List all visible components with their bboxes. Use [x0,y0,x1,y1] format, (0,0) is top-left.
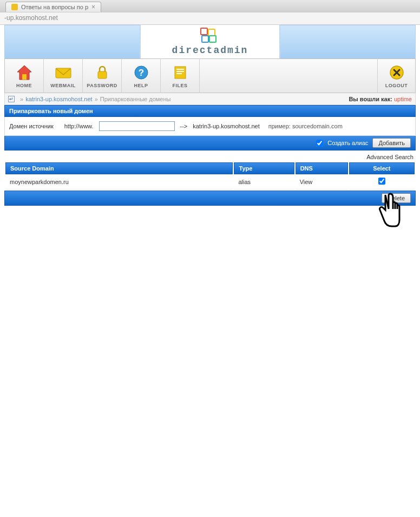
target-domain: katrin3-up.kosmohost.net [193,123,260,129]
svg-text:?: ? [138,68,143,78]
browser-tab[interactable]: Ответы на вопросы по р × [5,2,101,12]
nav-help[interactable]: ? HELP [122,58,161,93]
row-select-checkbox[interactable] [378,178,385,185]
tab-title: Ответы на вопросы по р [21,4,88,10]
nav-help-label: HELP [134,83,148,88]
example-text: пример: sourcedomain.com [268,123,343,129]
create-alias-checkbox[interactable] [316,140,323,147]
svg-rect-1 [22,74,27,80]
nav-logout-label: LOGOUT [385,83,408,88]
delete-row: Delete [4,191,416,206]
col-source-header[interactable]: Source Domain [5,162,233,174]
nav-files[interactable]: FILES [161,58,200,93]
arrow-text: --> [180,123,188,129]
cell-select [349,174,415,189]
browser-tab-strip: Ответы на вопросы по р × [0,0,420,12]
files-icon [171,63,189,82]
col-select-header[interactable]: Select [349,162,415,174]
cell-dns: View [296,174,348,189]
add-button[interactable]: Добавить [372,138,411,148]
cell-source: moynewparkdomen.ru [5,174,233,189]
lock-icon [93,63,111,82]
alias-row: Создать алиас Добавить [4,136,416,150]
svg-rect-6 [175,67,186,78]
svg-rect-8 [176,71,184,72]
breadcrumb-domain-link[interactable]: katrin3-up.kosmohost.net [25,96,93,102]
svg-rect-3 [98,71,107,78]
col-dns-header[interactable]: DNS [296,162,348,174]
nav-files-label: FILES [172,83,187,88]
breadcrumb: ↵ » katrin3-up.kosmohost.net » Припарков… [4,93,416,105]
address-text: -up.kosmohost.net [4,14,58,22]
table-row: moynewparkdomen.ru alias View [5,174,415,189]
breadcrumb-home-icon[interactable]: ↵ [8,96,15,102]
nav-password[interactable]: PASSWORD [83,58,122,93]
tab-favicon [11,4,18,10]
address-bar[interactable]: -up.kosmohost.net [0,12,420,25]
breadcrumb-sep: » [95,96,98,102]
url-prefix: http://www. [64,123,94,129]
breadcrumb-sep: » [20,96,23,102]
domain-input[interactable] [99,121,175,131]
delete-button[interactable]: Delete [382,193,411,203]
nav-password-label: PASSWORD [87,83,117,88]
nav-logout[interactable]: LOGOUT [377,58,415,93]
mail-icon [54,63,73,82]
logged-in-user[interactable]: uptime [394,96,412,102]
domains-table: Source Domain Type DNS Select moynewpark… [4,162,416,189]
col-type-header[interactable]: Type [234,162,294,174]
nav-bar: HOME WEBMAIL PASSWORD ? HELP FILES [4,58,416,93]
domain-source-label: Домен источник [9,123,54,129]
nav-webmail[interactable]: WEBMAIL [44,58,83,93]
domain-form-row: Домен источник http://www. --> katrin3-u… [4,117,416,136]
section-title: Припарковать новый домен [9,108,93,114]
dns-view-link[interactable]: View [300,179,313,185]
close-tab-icon[interactable]: × [91,3,95,11]
home-icon [15,63,34,82]
logged-in-label: Вы вошли как: [349,96,392,102]
section-header: Припарковать новый домен [4,105,416,117]
header-banner: directadmin [4,25,416,58]
create-alias-label: Создать алиас [327,140,368,146]
breadcrumb-page: Припаркованные домены [100,96,171,102]
table-header-row: Source Domain Type DNS Select [5,162,415,174]
logo: directadmin [140,25,280,58]
help-icon: ? [132,63,150,82]
cell-type: alias [234,174,294,189]
svg-rect-9 [176,73,182,74]
nav-webmail-label: WEBMAIL [50,83,76,88]
nav-home[interactable]: HOME [5,58,44,93]
nav-home-label: HOME [16,83,32,88]
advanced-search-row: Advanced Search [4,150,416,162]
brand-text: directadmin [172,45,248,56]
logout-icon [388,63,406,82]
svg-rect-7 [176,69,184,70]
advanced-search-link[interactable]: Advanced Search [366,154,414,160]
